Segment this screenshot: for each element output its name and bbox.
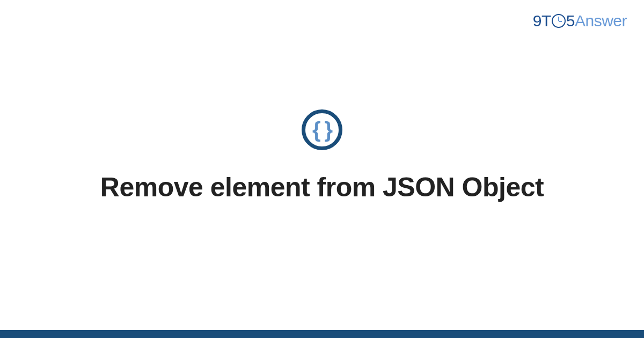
category-icon-circle: { } — [302, 109, 342, 150]
page-title: Remove element from JSON Object — [100, 171, 544, 204]
bottom-accent-bar — [0, 330, 644, 338]
json-braces-icon: { } — [312, 119, 332, 141]
main-content: { } Remove element from JSON Object — [0, 0, 644, 330]
